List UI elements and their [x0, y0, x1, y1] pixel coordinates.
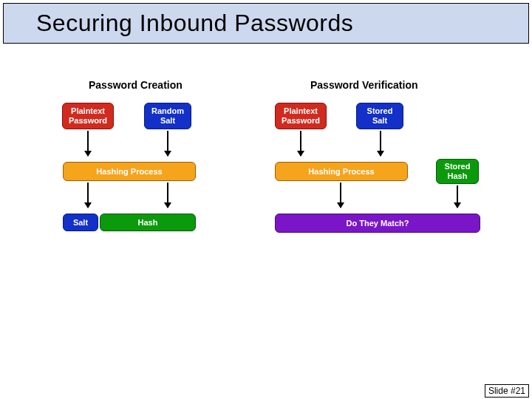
box-stored-hash: Stored Hash — [436, 159, 479, 184]
box-output-salt: Salt — [63, 214, 98, 231]
box-stored-salt: Stored Salt — [356, 103, 403, 129]
box-do-they-match: Do They Match? — [275, 214, 480, 233]
label-storedhash-l1: Stored — [445, 162, 471, 171]
arrow-salt-to-hash-verify — [380, 131, 381, 156]
label-randomsalt-l2: Salt — [160, 116, 175, 126]
header-password-creation: Password Creation — [89, 79, 183, 91]
box-plaintext-password-verify: Plaintext Password — [275, 103, 327, 129]
label-storedhash-l2: Hash — [448, 171, 468, 181]
diagram-area: Password Creation Password Verification … — [0, 44, 532, 354]
label-plaintext-l2: Password — [69, 116, 107, 126]
arrow-hash-to-saltout — [87, 183, 89, 208]
arrow-storedhash-to-match — [457, 185, 458, 208]
box-output-hash: Hash — [100, 214, 196, 231]
box-hashing-process-creation: Hashing Process — [63, 162, 196, 181]
slide-number: Slide #21 — [485, 384, 529, 398]
header-password-verification: Password Verification — [310, 79, 418, 91]
arrow-salt-to-hash-creation — [167, 131, 168, 156]
label-storedsalt-l2: Salt — [372, 116, 387, 126]
box-plaintext-password-creation: Plaintext Password — [62, 103, 114, 129]
arrow-plaintext-to-hash-creation — [87, 131, 89, 156]
slide-title: Securing Inbound Passwords — [18, 10, 514, 37]
arrow-plaintext-to-hash-verify — [300, 131, 301, 156]
label-plaintext-l1: Plaintext — [71, 106, 105, 116]
arrow-hash-to-match — [340, 183, 341, 208]
box-random-salt: Random Salt — [144, 103, 191, 129]
label-plaintext-v-l2: Password — [282, 116, 320, 126]
box-hashing-process-verify: Hashing Process — [275, 162, 408, 181]
label-plaintext-v-l1: Plaintext — [284, 106, 318, 116]
arrow-hash-to-hashout — [167, 183, 168, 208]
label-storedsalt-l1: Stored — [367, 106, 393, 116]
label-randomsalt-l1: Random — [151, 106, 184, 116]
slide-title-bar: Securing Inbound Passwords — [3, 3, 529, 44]
